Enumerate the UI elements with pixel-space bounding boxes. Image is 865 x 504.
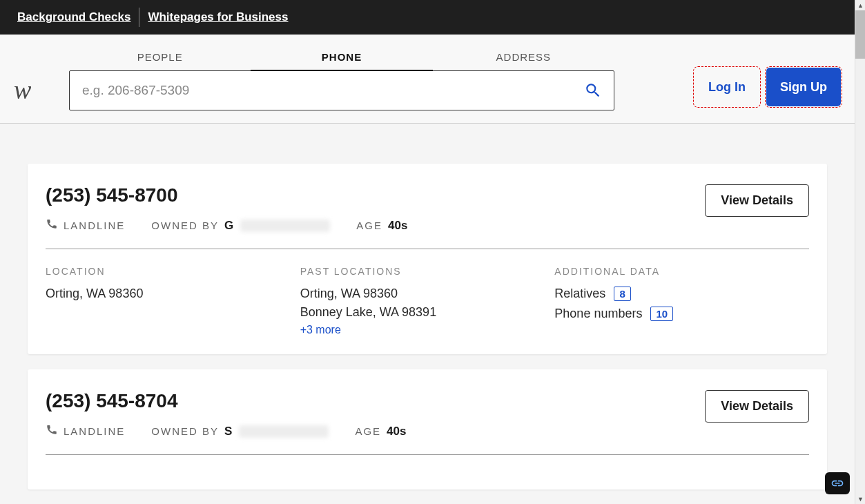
search-tabs: PEOPLE PHONE ADDRESS	[69, 43, 614, 71]
search-header: w PEOPLE PHONE ADDRESS Log In Sign Up	[0, 35, 855, 124]
results-content: (253) 545-8700 LANDLINE OWNED BY G	[0, 124, 855, 490]
card-header: (253) 545-8704 LANDLINE OWNED BY S	[46, 390, 809, 439]
owner-name-blurred	[239, 425, 329, 438]
age-value: 40s	[388, 219, 407, 233]
owner-initial: G	[224, 219, 233, 233]
phone-icon	[46, 423, 58, 439]
owned-by: OWNED BY G	[151, 219, 330, 233]
relatives-count[interactable]: 8	[614, 287, 630, 301]
tab-people[interactable]: PEOPLE	[69, 43, 251, 71]
past-locations-col: PAST LOCATIONS Orting, WA 98360 Bonney L…	[300, 266, 555, 336]
line-type-label: LANDLINE	[64, 425, 125, 437]
relatives-label: Relatives	[554, 287, 605, 301]
past-location: Bonney Lake, WA 98391	[300, 305, 555, 320]
line-type: LANDLINE	[46, 423, 125, 439]
signup-button[interactable]: Sign Up	[766, 68, 841, 106]
floating-link-widget[interactable]	[825, 472, 850, 494]
past-location: Orting, WA 98360	[300, 287, 555, 301]
additional-data-col: ADDITIONAL DATA Relatives 8 Phone number…	[554, 266, 809, 336]
details-columns: LOCATION Orting, WA 98360 PAST LOCATIONS…	[46, 266, 809, 336]
link-icon	[830, 476, 844, 490]
topbar-divider	[139, 8, 139, 27]
phone-icon	[46, 217, 58, 233]
age: AGE 40s	[356, 219, 407, 233]
meta-row: LANDLINE OWNED BY G AGE 40s	[46, 217, 407, 233]
meta-row: LANDLINE OWNED BY S AGE 40s	[46, 423, 406, 439]
login-button[interactable]: Log In	[694, 68, 759, 106]
tab-address[interactable]: ADDRESS	[433, 43, 614, 71]
owner-name-blurred	[240, 220, 330, 232]
owned-by: OWNED BY S	[151, 425, 329, 438]
view-details-button[interactable]: View Details	[705, 184, 809, 217]
tab-phone[interactable]: PHONE	[251, 43, 432, 71]
line-type: LANDLINE	[46, 217, 125, 233]
card-divider	[46, 249, 809, 249]
logo[interactable]: w	[14, 75, 55, 110]
auth-buttons: Log In Sign Up	[694, 68, 841, 110]
location-heading: LOCATION	[46, 266, 300, 277]
phone-number[interactable]: (253) 545-8700	[46, 184, 407, 206]
relatives-row: Relatives 8	[554, 287, 809, 301]
phones-count[interactable]: 10	[650, 307, 673, 321]
phones-row: Phone numbers 10	[554, 307, 809, 321]
link-background-checks[interactable]: Background Checks	[10, 10, 137, 24]
card-divider	[46, 454, 809, 455]
location-value: Orting, WA 98360	[46, 287, 300, 301]
age: AGE 40s	[355, 425, 406, 438]
owned-by-label: OWNED BY	[151, 425, 219, 437]
phones-label: Phone numbers	[554, 307, 642, 321]
search-area: PEOPLE PHONE ADDRESS	[69, 43, 614, 110]
additional-heading: ADDITIONAL DATA	[554, 266, 809, 277]
result-card: (253) 545-8704 LANDLINE OWNED BY S	[28, 369, 827, 490]
more-locations-link[interactable]: +3 more	[300, 324, 555, 336]
link-whitepages-business[interactable]: Whitepages for Business	[141, 10, 295, 24]
age-value: 40s	[387, 425, 406, 438]
search-input[interactable]	[70, 83, 572, 98]
owned-by-label: OWNED BY	[151, 220, 219, 231]
view-details-button[interactable]: View Details	[705, 390, 809, 423]
past-heading: PAST LOCATIONS	[300, 266, 555, 277]
search-icon	[584, 81, 602, 99]
line-type-label: LANDLINE	[64, 220, 125, 231]
location-col: LOCATION Orting, WA 98360	[46, 266, 300, 336]
phone-number[interactable]: (253) 545-8704	[46, 390, 406, 412]
age-label: AGE	[355, 425, 381, 437]
card-header: (253) 545-8700 LANDLINE OWNED BY G	[46, 184, 809, 233]
result-card: (253) 545-8700 LANDLINE OWNED BY G	[28, 164, 827, 354]
search-box	[69, 70, 614, 110]
age-label: AGE	[356, 220, 382, 231]
owner-initial: S	[224, 425, 232, 438]
search-button[interactable]	[572, 81, 614, 99]
top-nav: Background Checks Whitepages for Busines…	[0, 0, 855, 35]
